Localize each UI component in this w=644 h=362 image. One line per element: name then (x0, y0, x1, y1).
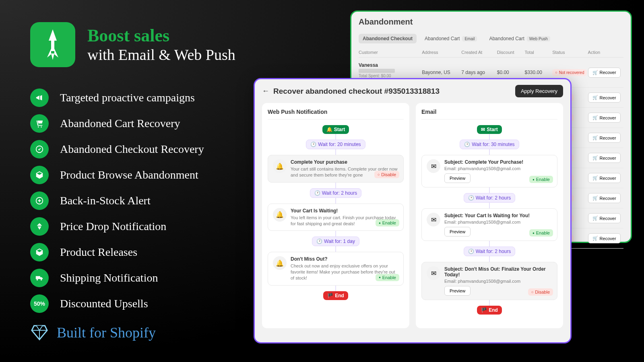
feature-label: Targeted proactive campaigns (60, 91, 195, 104)
bell-icon: 🔔 (273, 256, 287, 270)
panel-title: Recover abandoned checkout #935013318813 (273, 87, 440, 96)
apply-recovery-button[interactable]: Apply Recovery (515, 85, 563, 97)
feature-label: Shipping Notification (60, 272, 158, 284)
release-icon (30, 243, 49, 261)
truck-icon (30, 269, 49, 287)
start-pill: ✉ Start (477, 125, 502, 134)
feature-label: Product Releases (60, 246, 137, 259)
recover-button[interactable]: 🛒 Recover (588, 193, 621, 203)
tab-abandoned-cart-email[interactable]: Abandoned CartEmail (421, 34, 481, 43)
push-step[interactable]: 🔔 Your Cart Is Waiting! You left items i… (268, 204, 404, 231)
price-drop-icon (30, 217, 49, 236)
bell-icon: 🔔 (273, 208, 287, 222)
start-pill: 🔔 Start (322, 125, 349, 134)
email-step[interactable]: ✉ Subject: Don't Miss Out: Finalize Your… (421, 262, 557, 300)
built-for-badge: Built for Shopify (30, 323, 156, 342)
feature-item: Targeted proactive campaigns (30, 88, 204, 107)
back-arrow-icon[interactable]: ← (262, 87, 269, 95)
feature-item: Product Releases (30, 243, 204, 261)
hero: Boost sales with Email & Web Push (30, 22, 235, 67)
status-badge: Enable (529, 229, 553, 237)
feature-item: Shipping Notification (30, 269, 204, 287)
column-title: Web Push Notification (268, 109, 404, 119)
wait-pill: 🕑 Wait for: 1 day (312, 237, 359, 246)
diamond-icon (30, 323, 49, 342)
rocket-icon (40, 29, 66, 61)
mail-icon: ✉ (427, 159, 440, 173)
end-pill: 🏴 End (323, 291, 348, 300)
email-step[interactable]: ✉ Subject: Complete Your Purchase! Email… (421, 155, 557, 187)
recover-button[interactable]: 🛒 Recover (588, 68, 621, 78)
recover-button[interactable]: 🛒 Recover (588, 93, 621, 103)
web-push-column: Web Push Notification 🔔 Start 🕑 Wait for… (262, 103, 409, 328)
feature-item: Price Drop Notification (30, 217, 204, 236)
status-badge: Disable (528, 288, 553, 296)
status-badge: Enable (529, 176, 553, 183)
recover-button[interactable]: 🛒 Recover (588, 113, 621, 123)
recover-button[interactable]: 🛒 Recover (588, 133, 621, 143)
feature-item: Abandoned Cart Recovery (30, 114, 204, 133)
mail-icon: ✉ (427, 266, 440, 280)
email-column: Email ✉ Start 🕑 Wait for: 30 minutes ✉ S… (416, 103, 563, 328)
feature-label: Discounted Upsells (60, 297, 148, 310)
customer-name: Vanessa (359, 62, 422, 68)
recover-button[interactable]: 🛒 Recover (588, 213, 621, 223)
feature-item: Abandoned Checkout Recovery (30, 140, 204, 158)
wait-pill: 🕑 Wait for: 2 hours (310, 188, 362, 198)
tabs: Abandoned Checkout Abandoned CartEmail A… (359, 34, 623, 43)
feature-item: 50% Discounted Upsells (30, 294, 204, 313)
built-for-label: Built for Shopify (57, 324, 156, 341)
table-header: CustomerAddressCreated AtDiscountTotalSt… (359, 47, 623, 58)
bell-icon: 🔔 (273, 159, 287, 173)
app-logo (30, 22, 75, 67)
panel-title: Abandonment (359, 17, 623, 27)
discount-icon: 50% (30, 294, 49, 313)
feature-item: Back-in-Stock Alert (30, 191, 204, 210)
checkout-icon (30, 140, 49, 158)
status-badge: Enable (376, 219, 399, 226)
status-badge: Not recovered (552, 69, 587, 76)
wait-pill: 🕑 Wait for: 2 hours (464, 247, 516, 256)
feature-label: Abandoned Checkout Recovery (60, 143, 204, 156)
preview-button[interactable]: Preview (444, 227, 471, 237)
push-step[interactable]: 🔔 Don't Miss Out? Check out now and enjo… (268, 252, 404, 286)
end-pill: 🏴 End (477, 306, 502, 315)
feature-label: Back-in-Stock Alert (60, 194, 151, 207)
preview-button[interactable]: Preview (444, 286, 471, 296)
features-list: Targeted proactive campaigns Abandoned C… (30, 88, 204, 320)
feature-label: Price Drop Notification (60, 220, 166, 233)
stock-icon (30, 191, 49, 210)
status-badge: Enable (376, 274, 399, 281)
hero-line-1: Boost sales (87, 25, 235, 46)
mail-icon: ✉ (427, 213, 440, 226)
box-icon (30, 166, 49, 184)
recover-button[interactable]: 🛒 Recover (588, 233, 621, 243)
preview-button[interactable]: Preview (444, 173, 471, 183)
cart-icon (30, 114, 49, 133)
tab-abandoned-cart-push[interactable]: Abandoned CartWeb Push (485, 34, 554, 43)
feature-label: Abandoned Cart Recovery (60, 117, 180, 130)
tab-abandoned-checkout[interactable]: Abandoned Checkout (359, 34, 417, 43)
column-title: Email (421, 109, 557, 119)
email-step[interactable]: ✉ Subject: Your Cart Is Waiting for You!… (421, 208, 557, 241)
recover-button[interactable]: 🛒 Recover (588, 173, 621, 183)
megaphone-icon (30, 88, 49, 107)
hero-line-2: with Email & Web Push (87, 46, 235, 64)
feature-item: Product Browse Abandonment (30, 166, 204, 184)
status-badge: Disable (374, 171, 399, 178)
feature-label: Product Browse Abandonment (60, 169, 198, 181)
recover-button[interactable]: 🛒 Recover (588, 153, 621, 163)
recovery-flow-panel: ← Recover abandoned checkout #9350133188… (254, 78, 572, 343)
wait-pill: 🕑 Wait for: 20 minutes (306, 140, 365, 149)
push-step[interactable]: 🔔 Complete Your purchase Your cart still… (268, 155, 404, 183)
wait-pill: 🕑 Wait for: 2 hours (464, 193, 516, 203)
wait-pill: 🕑 Wait for: 30 minutes (460, 140, 519, 149)
